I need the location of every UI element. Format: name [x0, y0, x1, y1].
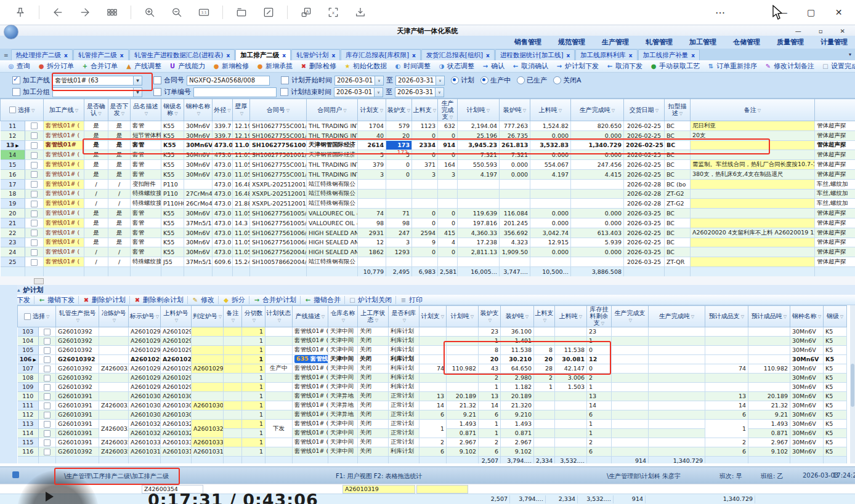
filter-funnel-icon[interactable]: ▽: [629, 318, 632, 323]
table-row[interactable]: 17套管线01# (//变扣附件P110473.016.48XSXPL-2025…: [1, 179, 855, 189]
status-radio[interactable]: [553, 76, 561, 84]
toolbar-button[interactable]: ✖删除炉计划: [83, 295, 126, 305]
row-checkbox[interactable]: [31, 162, 38, 169]
toolbar-button[interactable]: ≡打印: [400, 295, 423, 305]
column-header[interactable]: 钢级名称▽: [161, 99, 184, 121]
chevron-down-icon[interactable]: ∨: [375, 76, 384, 86]
line-filter-select[interactable]: 套管线01# (63: [52, 76, 134, 86]
toolbar-button[interactable]: →炉计划下发: [556, 62, 599, 71]
column-header[interactable]: 仓库名称▽: [328, 306, 358, 327]
app-minimize-button[interactable]: —: [795, 28, 801, 34]
checkbox-cell[interactable]: [39, 354, 56, 364]
filter-funnel-icon[interactable]: ▽: [433, 108, 436, 113]
toolbar-button[interactable]: ←撤销合并: [304, 295, 341, 305]
column-header[interactable]: 品名描述▽: [131, 99, 161, 121]
column-header[interactable]: 分切数▽: [242, 306, 265, 327]
toolbar-button[interactable]: □设置完成: [822, 62, 855, 71]
row-checkbox[interactable]: [44, 402, 51, 409]
filter-funnel-icon[interactable]: ▽: [655, 108, 658, 113]
table-row[interactable]: 108G26010392A26010297A260102971套管线01# (6…: [18, 373, 847, 382]
toolbar-button[interactable]: ←撤销下发: [38, 295, 75, 305]
checkbox-cell[interactable]: [39, 401, 56, 410]
table-row[interactable]: 24套管线01# (//套管K5530Mn6V473.011.05SH10627…: [1, 247, 855, 257]
chevron-down-icon[interactable]: ∨: [436, 87, 444, 97]
toolbar-button[interactable]: ◎查询: [7, 62, 30, 71]
column-header[interactable]: 装炉支▽: [479, 306, 501, 327]
tab-close-icon[interactable]: x: [64, 52, 68, 58]
contract-filter-checkbox[interactable]: [153, 76, 161, 84]
column-header[interactable]: 选择▽: [18, 306, 56, 327]
order-filter-checkbox[interactable]: [153, 88, 161, 96]
toolbar-button[interactable]: ★初始化数据: [344, 62, 387, 71]
filter-funnel-icon[interactable]: ▽: [488, 318, 492, 323]
tab-close-icon[interactable]: x: [486, 52, 490, 58]
checkbox-cell[interactable]: [25, 209, 44, 218]
filter-funnel-icon[interactable]: ▽: [450, 115, 453, 120]
column-header[interactable]: 扣型描述▽: [665, 99, 691, 121]
chevron-down-icon[interactable]: ▼: [134, 87, 142, 97]
toolbar-button[interactable]: ●新增检修: [213, 62, 249, 71]
toolbar-button[interactable]: ✎修改: [192, 295, 214, 305]
tab-close-icon[interactable]: x: [282, 52, 286, 58]
checkbox-cell[interactable]: [25, 218, 44, 228]
row-checkbox[interactable]: [31, 259, 38, 266]
table-row[interactable]: 103G26010392A26010298A260102981套管线01# (6…: [18, 327, 847, 336]
filter-funnel-icon[interactable]: ▽: [145, 111, 148, 116]
column-header[interactable]: 上料炉号▽: [161, 306, 192, 327]
column-header[interactable]: 产线描述▽: [293, 306, 328, 327]
column-header[interactable]: 加工产线▽: [44, 99, 84, 121]
column-header[interactable]: 计划吨▽: [458, 99, 500, 121]
table-row[interactable]: 104G26010392A26010298A260102981套管线01# (6…: [18, 336, 847, 345]
table-row[interactable]: 20套管线01# (是是套管K5530Mn6V473.011.05SH10627…: [1, 209, 855, 218]
filter-funnel-icon[interactable]: ▽: [543, 318, 546, 323]
row-checkbox[interactable]: [44, 421, 51, 428]
tab[interactable]: 热处理排产二级x: [11, 49, 73, 60]
filter-funnel-icon[interactable]: ▽: [121, 111, 124, 116]
column-header[interactable]: 生产完成支▽: [438, 99, 458, 121]
checkbox-cell[interactable]: [39, 364, 56, 373]
toolbar-button[interactable]: ◐时间调整: [394, 62, 431, 71]
checkbox-cell[interactable]: [39, 345, 56, 354]
filter-funnel-icon[interactable]: ▽: [342, 318, 345, 323]
column-header[interactable]: 外径▽: [213, 99, 233, 121]
toolbar-button[interactable]: ●手动获取工艺: [650, 62, 700, 71]
grid-icon[interactable]: [102, 3, 123, 22]
checkbox-cell[interactable]: [39, 410, 56, 419]
row-checkbox[interactable]: [44, 412, 51, 418]
column-header[interactable]: 生产完成支▽: [612, 306, 649, 327]
filter-funnel-icon[interactable]: ▽: [679, 111, 683, 116]
filter-funnel-icon[interactable]: ▽: [197, 111, 200, 116]
tab-close-icon[interactable]: x: [332, 52, 336, 58]
section-collapse-icon[interactable]: ▴: [17, 287, 20, 293]
column-header[interactable]: 生产完成吨▽: [649, 306, 705, 327]
filter-funnel-icon[interactable]: ▽: [441, 314, 444, 319]
checkbox-cell[interactable]: [25, 160, 44, 170]
table-row[interactable]: 22套管线01# (是是套管K5530Mn6V473.011.05SH10627…: [1, 228, 855, 238]
column-header[interactable]: 上料吨▽: [530, 99, 571, 121]
column-header[interactable]: 是否确认▽: [84, 99, 108, 121]
filter-funnel-icon[interactable]: ▽: [579, 314, 582, 319]
tab[interactable]: 加工排产二级x: [235, 49, 291, 60]
filter-funnel-icon[interactable]: ▽: [343, 108, 346, 113]
menu-item[interactable]: 仓储管理: [733, 38, 760, 47]
row-checkbox[interactable]: [31, 239, 38, 246]
checkbox-cell[interactable]: [25, 121, 44, 131]
pin-icon[interactable]: [10, 3, 31, 22]
row-checkbox[interactable]: [31, 230, 38, 236]
filter-funnel-icon[interactable]: ▽: [403, 318, 406, 323]
column-header[interactable]: 选择▽: [1, 99, 44, 121]
table-row[interactable]: 116G26010392Z42600354A26010319A26010319A…: [18, 447, 847, 456]
column-header[interactable]: 轧管生产批号▽: [56, 306, 99, 327]
row-checkbox[interactable]: [31, 220, 38, 226]
end-to-date[interactable]: 2026-03-31: [395, 87, 436, 97]
tab-overflow-icon[interactable]: ▾: [849, 52, 851, 57]
filter-funnel-icon[interactable]: ▽: [75, 108, 78, 113]
filter-funnel-icon[interactable]: ▽: [227, 108, 230, 113]
toolbar-button[interactable]: ●拆分订单: [38, 62, 74, 71]
checkbox-cell[interactable]: [39, 438, 56, 447]
row-checkbox[interactable]: [44, 347, 51, 354]
tab[interactable]: 轧管生产进程数据汇总(进程表)x: [129, 49, 235, 60]
tab-close-icon[interactable]: x: [226, 52, 230, 58]
checkbox-cell[interactable]: [39, 419, 56, 428]
column-header[interactable]: 上料支▽: [534, 306, 555, 327]
